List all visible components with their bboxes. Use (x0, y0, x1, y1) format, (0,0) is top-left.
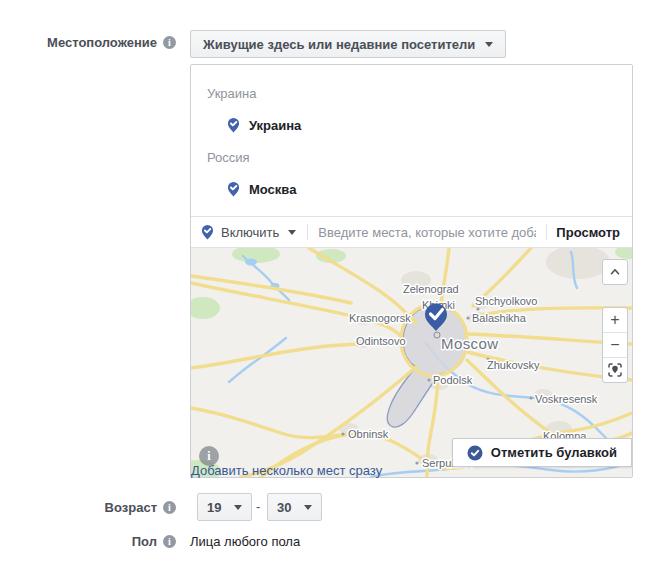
bulk-add-link[interactable]: Добавить несколько мест сразу (191, 463, 382, 478)
chevron-down-icon[interactable] (288, 230, 296, 235)
map-label-odintsovo: Odintsovo (356, 335, 406, 347)
audience-type-value: Живущие здесь или недавние посетители (203, 37, 475, 52)
map-label-voskresensk: Voskresensk (535, 393, 598, 405)
info-icon[interactable]: i (163, 501, 176, 514)
info-icon[interactable]: i (163, 535, 176, 548)
location-label-text: Местоположение (47, 35, 157, 50)
age-min-value: 19 (207, 500, 221, 515)
location-pin-icon (227, 117, 240, 133)
map-label-obninsk: Obninsk (348, 428, 389, 440)
map-label-shchyolkovo: Shchyolkovo (475, 295, 537, 307)
age-min-dropdown[interactable]: 19 (197, 493, 252, 521)
region-header: Украина (207, 86, 616, 101)
gender-label-text: Пол (132, 534, 157, 549)
location-item[interactable]: Украина (227, 117, 616, 133)
chevron-down-icon (485, 42, 493, 47)
selected-locations-list: Украина Украина Россия Москва (191, 65, 632, 216)
location-label: Местоположение i (0, 35, 176, 50)
include-search-bar: Включить Просмотр (191, 216, 632, 247)
map-collapse-button[interactable] (602, 259, 628, 285)
map-label-podolsk: Podolsk (433, 374, 473, 386)
pin-badge-icon (467, 445, 483, 461)
chevron-down-icon (234, 505, 242, 510)
chevron-down-icon (304, 505, 312, 510)
zoom-in-button[interactable]: + (603, 308, 627, 332)
add-place-input[interactable] (308, 225, 546, 240)
chevron-up-icon (608, 265, 622, 279)
location-item[interactable]: Москва (227, 181, 616, 197)
location-panel: Украина Украина Россия Москва Включить П… (190, 64, 633, 478)
map[interactable]: Zelenograd Khimki Shchyolkovo Krasnogors… (191, 247, 632, 477)
gender-label: Пол i (0, 534, 176, 549)
map-label-balashikha: Balashikha (472, 312, 527, 324)
info-icon[interactable]: i (163, 36, 176, 49)
audience-type-dropdown[interactable]: Живущие здесь или недавние посетители (190, 30, 506, 58)
gender-value: Лица любого пола (190, 534, 300, 549)
drop-pin-label: Отметить булавкой (491, 445, 617, 460)
age-label-text: Возраст (105, 500, 157, 515)
location-pin-icon (227, 181, 240, 197)
age-max-value: 30 (277, 500, 291, 515)
region-header: Россия (207, 150, 616, 165)
map-label-krasnogorsk: Krasnogorsk (349, 312, 411, 324)
location-item-label: Москва (249, 182, 296, 197)
zoom-out-button[interactable]: − (603, 332, 627, 357)
map-zoom-controls: + − (602, 307, 628, 383)
locate-pin-icon (607, 362, 623, 378)
include-mode-dropdown[interactable]: Включить (221, 225, 279, 240)
age-range-separator: - (256, 499, 260, 514)
map-label-moscow: Moscow (441, 335, 498, 352)
map-label-zelenograd: Zelenograd (403, 283, 459, 295)
location-pin-icon (201, 224, 214, 240)
locate-button[interactable] (603, 357, 627, 382)
age-max-dropdown[interactable]: 30 (267, 493, 322, 521)
drop-pin-button[interactable]: Отметить булавкой (452, 438, 632, 467)
location-item-label: Украина (249, 118, 301, 133)
age-label: Возраст i (0, 500, 176, 515)
browse-button[interactable]: Просмотр (547, 225, 622, 240)
map-label-zhukovsky: Zhukovsky (487, 359, 540, 371)
